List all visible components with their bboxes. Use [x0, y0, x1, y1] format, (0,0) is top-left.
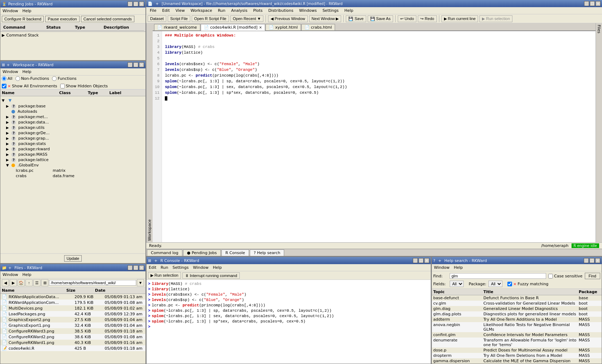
- update-button[interactable]: Update: [64, 255, 82, 262]
- menu-distributions[interactable]: Distributions: [268, 8, 294, 13]
- console-minimize[interactable]: _: [413, 258, 418, 263]
- filter-all-radio[interactable]: All: [2, 76, 13, 81]
- tree-expand[interactable]: ▶: [6, 136, 10, 140]
- workspace-menu-help[interactable]: Help: [22, 69, 32, 74]
- tree-expand[interactable]: ▶: [6, 147, 10, 151]
- workspace-restore[interactable]: □: [133, 62, 138, 67]
- fuzzy-matching-checkbox[interactable]: × Fuzzy matching: [507, 282, 548, 286]
- table-row[interactable]: 📄GraphicsExport1.png32.4 KiB05/08/09 01:…: [0, 322, 145, 328]
- console-close[interactable]: ×: [424, 258, 429, 263]
- files-detail-btn[interactable]: ⊞: [41, 279, 48, 286]
- files-path-arrow[interactable]: ▼: [137, 279, 144, 286]
- tree-expand[interactable]: ▶: [6, 104, 10, 108]
- tab-codes4wiki[interactable]: 📄 codes4wiki.R [modified] ×: [201, 24, 266, 31]
- tab-close[interactable]: ×: [259, 25, 262, 29]
- table-row[interactable]: base-defunctDefunct Functions in Base Rb…: [432, 295, 602, 301]
- list-item[interactable]: ▼ .GlobalEnv: [1, 162, 145, 168]
- editor-minimize[interactable]: _: [584, 1, 589, 6]
- list-item[interactable]: ▶ ? package:met...: [1, 114, 145, 120]
- tree-expand-root[interactable]: ▼: [2, 98, 6, 102]
- list-item[interactable]: ▶ ? package:grap...: [1, 136, 145, 141]
- run-selection-btn[interactable]: ▶ Run selection: [479, 15, 512, 22]
- help-close[interactable]: ×: [595, 258, 600, 263]
- cancel-commands-button[interactable]: Cancel selected commands: [81, 16, 134, 22]
- run-line-btn[interactable]: ▶ Run current line: [441, 15, 478, 22]
- menu-edit[interactable]: Edit: [161, 8, 170, 13]
- pending-jobs-restore[interactable]: □: [133, 1, 138, 6]
- list-item[interactable]: crabs data.frame: [1, 173, 145, 179]
- filter-functions-radio[interactable]: Functions: [52, 76, 77, 81]
- pending-jobs-menu-help[interactable]: Help: [22, 8, 32, 14]
- files-home-btn[interactable]: 🏠: [18, 279, 25, 286]
- script-file-btn[interactable]: Script File: [168, 15, 190, 22]
- save-as-btn[interactable]: 💾 Save As: [368, 15, 393, 22]
- menu-help[interactable]: Help: [344, 8, 354, 13]
- table-row[interactable]: glm.diagGeneralized Linear Model Diagnos…: [432, 306, 602, 311]
- files-minimize[interactable]: _: [128, 265, 133, 270]
- editor-maximize[interactable]: □: [590, 1, 595, 6]
- help-restore[interactable]: □: [589, 258, 594, 263]
- help-menu-window[interactable]: Window: [433, 265, 450, 270]
- table-row[interactable]: 📄ConfigureRKWard1.png40.3 KiB05/08/09 01…: [0, 340, 145, 345]
- list-item[interactable]: Autoloads: [1, 109, 145, 114]
- files-menu-window[interactable]: Window: [2, 272, 19, 277]
- table-row[interactable]: confint.glmConfidence Intervals for Mode…: [432, 332, 602, 338]
- workspace-menu-window[interactable]: Window: [2, 69, 19, 74]
- files-list-btn[interactable]: ☰: [33, 279, 40, 286]
- help-minimize[interactable]: _: [584, 258, 589, 263]
- tree-expand[interactable]: ▶: [6, 152, 10, 156]
- table-row[interactable]: cv.glmCross-validation for Generalized L…: [432, 301, 602, 306]
- files-back-btn[interactable]: ◀: [2, 279, 9, 286]
- list-item[interactable]: ▶ ? package:stats: [1, 141, 145, 146]
- list-item[interactable]: ▶ ? package:lattice: [1, 157, 145, 162]
- console-menu-settings[interactable]: Settings: [172, 265, 189, 270]
- table-row[interactable]: dose.pPredict Doses for Multinomial Assa…: [432, 348, 602, 353]
- files-menu-help[interactable]: Help: [22, 272, 32, 277]
- files-up-btn[interactable]: ↑: [25, 279, 33, 286]
- bottom-tab-pending[interactable]: ● Pending Jobs: [183, 249, 221, 256]
- console-menu-run[interactable]: Run: [160, 265, 169, 270]
- tree-expand-globalenv[interactable]: ▼: [6, 163, 10, 167]
- files-restore[interactable]: □: [133, 265, 138, 270]
- workspace-close[interactable]: ×: [139, 62, 144, 67]
- list-item[interactable]: ▶ ? package:MASS: [1, 152, 145, 157]
- menu-settings[interactable]: Settings: [322, 8, 339, 13]
- table-row[interactable]: 📄LoadPackages.png42.4 KiB05/08/09 12:39 …: [0, 311, 145, 317]
- open-recent-btn[interactable]: Open Recent ▼: [230, 15, 264, 22]
- table-row[interactable]: 📄MultiDevices.png182.1 KiB05/08/09 01:02…: [0, 305, 145, 311]
- row-expander[interactable]: ▶: [2, 33, 5, 38]
- show-hidden-checkbox[interactable]: Show Hidden Objects: [60, 84, 108, 88]
- package-select[interactable]: All: [488, 281, 502, 287]
- show-all-env-checkbox[interactable]: × Show All Environments: [2, 84, 57, 88]
- bottom-tab-helpsearch[interactable]: ? Help search: [250, 249, 284, 256]
- table-row[interactable]: 📄ConfigureRKWard2.png38.6 KiB05/08/09 01…: [0, 334, 145, 340]
- tree-expand[interactable]: ▶: [6, 126, 10, 130]
- table-row[interactable]: gamma.dispersionCalculate the MLE of the…: [432, 358, 602, 364]
- redo-btn[interactable]: ↪ Redo: [418, 15, 436, 22]
- tree-expand[interactable]: ▶: [6, 142, 10, 146]
- bottom-tab-rconsole[interactable]: R Console: [221, 249, 249, 256]
- tree-expand[interactable]: ▶: [6, 158, 10, 162]
- menu-windows[interactable]: Windows: [298, 8, 317, 13]
- console-body[interactable]: > library(MASS) # crabs > library(lattic…: [147, 280, 431, 364]
- table-row[interactable]: 📄ConfigureRKWard3.png38.5 KiB05/08/09 01…: [0, 328, 145, 334]
- tab-xyplot[interactable]: 📄 xyplot.html: [266, 24, 301, 30]
- files-side-label[interactable]: Files: [596, 23, 602, 242]
- save-btn[interactable]: 💾 Save: [346, 15, 366, 22]
- menu-run[interactable]: Run: [217, 8, 226, 13]
- console-run-btn[interactable]: ▶ Run selection: [148, 272, 181, 279]
- find-button[interactable]: Find: [585, 273, 600, 279]
- files-close[interactable]: ×: [139, 265, 144, 270]
- workspace-side-label[interactable]: Workspace: [146, 23, 153, 242]
- list-item[interactable]: ▶ ? package:utils: [1, 125, 145, 130]
- console-restore[interactable]: □: [419, 258, 424, 263]
- configure-backend-button[interactable]: Configure R backend: [2, 16, 44, 22]
- tab-rkward-welcome[interactable]: 📄 rkward_welcome: [154, 24, 200, 30]
- list-item[interactable]: ▶ ? package:grDe...: [1, 130, 145, 136]
- find-input[interactable]: [450, 273, 546, 279]
- files-path-input[interactable]: [49, 280, 136, 286]
- table-row[interactable]: 📄RKWardApplicationCom...179.5 KiB05/08/0…: [0, 300, 145, 305]
- menu-file[interactable]: File: [149, 8, 157, 13]
- list-item[interactable]: lcrabs.pc matrix: [1, 168, 145, 173]
- menu-plots[interactable]: Plots: [252, 8, 263, 13]
